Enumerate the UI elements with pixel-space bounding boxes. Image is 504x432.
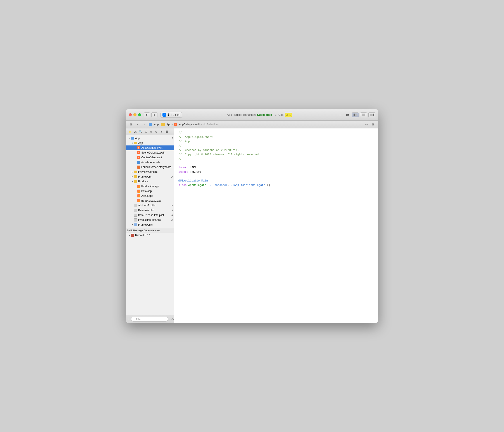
betarelease-plist-icon xyxy=(134,213,137,217)
code-line-11 xyxy=(178,174,374,179)
sidebar-item-alpha-app[interactable]: Alpha.app xyxy=(126,194,174,198)
titlebar-controls: ▶ ■ A 📱 iP...tion) xyxy=(144,112,182,118)
framework-badge: A xyxy=(171,175,173,178)
scenedelegate-swift-icon: S xyxy=(137,151,140,154)
back-forward-button[interactable]: ⇄ xyxy=(344,112,351,117)
betarelease-plist-badge: A xyxy=(171,214,173,216)
inspector-panel-button[interactable] xyxy=(368,112,375,117)
svg-rect-2 xyxy=(362,114,365,115)
sidebar-item-app-root[interactable]: App ? xyxy=(126,136,174,141)
app-group-folder-icon xyxy=(134,141,137,145)
breadcrumb-file[interactable]: S AppDelegate.swift xyxy=(174,123,200,126)
add-button[interactable]: + xyxy=(337,112,343,117)
betarelease-plist-label: BetaRelease-Info.plist xyxy=(138,214,171,217)
build-prefix: App | Build Production: xyxy=(227,113,256,117)
products-icon xyxy=(134,180,137,183)
nav-back-button[interactable]: ‹ xyxy=(135,122,140,127)
scheme-icon: A xyxy=(162,113,166,117)
sidebar-item-assets[interactable]: Assets.xcassets xyxy=(126,160,174,165)
sidebar-item-launchscreen[interactable]: LaunchScreen.storyboard xyxy=(126,165,174,170)
code-editor[interactable]: // // AppDelegate.swift // App // // Cre… xyxy=(174,128,378,323)
beta-app-icon xyxy=(137,189,140,193)
code-line-5: // Created by minsone on 2020/05/14. xyxy=(178,148,374,153)
find-icon-btn[interactable]: 🔍 xyxy=(138,129,143,134)
breadcrumb-file-label: AppDelegate.swift xyxy=(179,123,200,126)
sidebar-tree: App ? App S xyxy=(126,135,174,315)
breadcrumb-app-group[interactable]: App xyxy=(161,123,171,126)
debug-panel-button[interactable] xyxy=(360,112,367,117)
breakpoint-icon-btn[interactable]: ◈ xyxy=(159,129,163,134)
products-label: Products xyxy=(138,180,173,183)
debug-icon-btn[interactable]: ⊕ xyxy=(154,129,158,134)
framework-arrow xyxy=(131,175,134,178)
warning-badge[interactable]: ⚠ 1 xyxy=(285,113,292,117)
sidebar-item-betarelease-app[interactable]: BetaRelease.app xyxy=(126,198,174,203)
source-control-icon-btn[interactable]: ⎇ xyxy=(133,129,137,134)
alpha-plist-icon xyxy=(134,204,137,207)
sidebar-item-rxswift[interactable]: RxSwift 5.1.1 xyxy=(126,233,174,238)
fullscreen-button[interactable] xyxy=(138,113,141,117)
inspector-button[interactable]: ⊟ xyxy=(370,122,376,127)
sidebar-item-framework[interactable]: Framework A xyxy=(126,174,174,179)
sidebar-item-app-group[interactable]: App xyxy=(126,141,174,145)
add-file-button[interactable]: + xyxy=(128,317,130,322)
sidebar-item-production-plist[interactable]: Production-Info.plist A xyxy=(126,217,174,222)
editor-content-area[interactable]: // // AppDelegate.swift // App // // Cre… xyxy=(174,128,378,323)
sidebar-item-beta-app[interactable]: Beta.app xyxy=(126,189,174,194)
code-line-9: import UIKit xyxy=(178,166,374,170)
sidebar-item-beta-plist[interactable]: Beta-Info.plist A xyxy=(126,208,174,213)
code-line-12: @UIApplicationMain xyxy=(178,179,374,183)
filter-wrap: ⊙ xyxy=(131,317,168,322)
frameworks-label: Frameworks xyxy=(138,223,173,226)
rxswift-arrow xyxy=(128,234,131,237)
alpha-app-label: Alpha.app xyxy=(141,194,173,198)
preview-content-label: Preview Content xyxy=(138,170,173,173)
app-root-arrow xyxy=(128,137,131,140)
preview-content-arrow xyxy=(131,170,134,173)
grid-view-button[interactable]: ⊞ xyxy=(128,122,134,127)
breadcrumb-app-group-icon xyxy=(161,123,165,126)
assets-label: Assets.xcassets xyxy=(141,161,173,164)
build-status-text: Succeeded xyxy=(257,113,272,117)
editor-toolbar: ⊞ ‹ › App › App › S AppDelegat xyxy=(126,121,378,128)
stop-button[interactable]: ■ xyxy=(151,112,157,117)
sidebar-item-preview-content[interactable]: Preview Content xyxy=(126,170,174,174)
main-area: 📁 ⎇ 🔍 ⚠ ◇ ⊕ ◈ ☰ App ? xyxy=(126,128,378,323)
sidebar-item-betarelease-plist[interactable]: BetaRelease-Info.plist A xyxy=(126,213,174,217)
sidebar-item-contentview[interactable]: S ContentView.swift xyxy=(126,155,174,160)
warning-icon-btn[interactable]: ⚠ xyxy=(144,129,148,134)
test-icon-btn[interactable]: ◇ xyxy=(149,129,153,134)
navigator-panel-button[interactable] xyxy=(352,112,359,117)
minimize-button[interactable] xyxy=(134,113,136,117)
recent-files-button[interactable]: ◷ xyxy=(170,317,174,322)
scheme-selector[interactable]: A 📱 iP...tion) xyxy=(161,112,182,118)
device-icon: 📱 xyxy=(167,113,170,117)
folder-icon-btn[interactable]: 📁 xyxy=(128,129,132,134)
run-button[interactable]: ▶ xyxy=(144,112,150,117)
sidebar-item-products[interactable]: Products xyxy=(126,179,174,184)
alpha-app-icon xyxy=(137,194,140,198)
launchscreen-label: LaunchScreen.storyboard xyxy=(141,166,173,169)
breadcrumb-app-folder[interactable]: App xyxy=(149,123,159,126)
split-editor-button[interactable]: ≡≡ xyxy=(364,122,369,127)
breadcrumb-swift-icon: S xyxy=(174,123,177,126)
code-line-10: import RxSwift xyxy=(178,170,374,174)
sidebar-item-frameworks[interactable]: Frameworks xyxy=(126,222,174,227)
close-button[interactable] xyxy=(129,113,132,117)
sidebar: 📁 ⎇ 🔍 ⚠ ◇ ⊕ ◈ ☰ App ? xyxy=(126,128,174,323)
filter-right-icons: ◷ ✕ xyxy=(170,317,174,322)
code-line-4: // xyxy=(178,144,374,148)
betarelease-app-icon xyxy=(137,199,140,202)
filter-input[interactable] xyxy=(131,317,168,322)
breadcrumb-app-label: App xyxy=(154,123,159,126)
nav-forward-button[interactable]: › xyxy=(141,122,147,127)
sidebar-item-alpha-plist[interactable]: Alpha-Info.plist A xyxy=(126,203,174,208)
sidebar-item-production-app[interactable]: Production.app xyxy=(126,184,174,189)
app-root-folder-icon xyxy=(131,136,134,140)
build-status-area: App | Build Production: Succeeded | 1.70… xyxy=(182,113,337,117)
report-icon-btn[interactable]: ☰ xyxy=(164,129,169,134)
production-app-icon xyxy=(137,185,140,188)
sidebar-item-scenedelegate[interactable]: S SceneDelegate.swift xyxy=(126,150,174,155)
sidebar-item-appdelegate[interactable]: S AppDelegate.swift xyxy=(126,145,174,150)
alpha-plist-label: Alpha-Info.plist xyxy=(138,204,171,207)
